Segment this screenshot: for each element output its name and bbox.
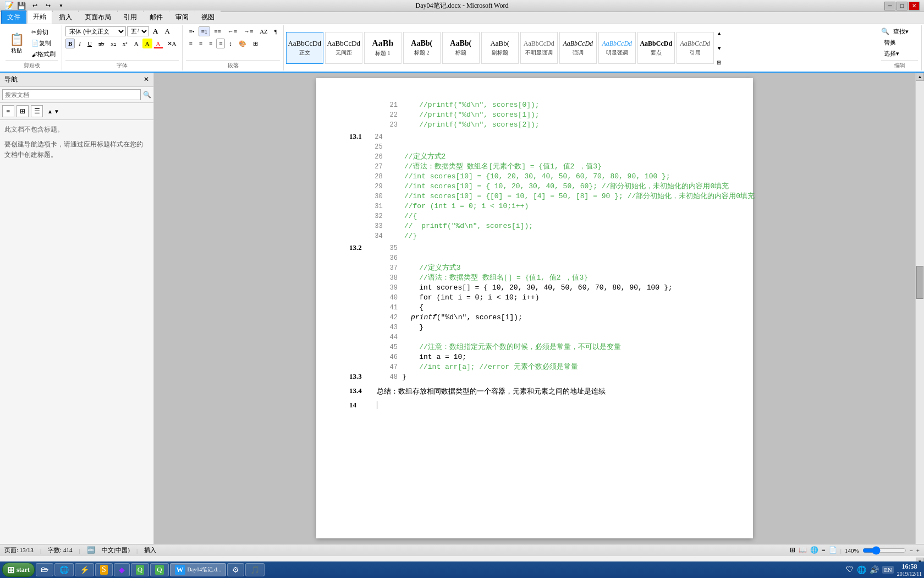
scroll-up-button[interactable]: ▲ xyxy=(916,73,924,81)
underline-button[interactable]: U xyxy=(85,39,95,48)
select-button[interactable]: 选择▾ xyxy=(881,48,902,58)
tab-insert[interactable]: 插入 xyxy=(53,10,78,24)
align-right-button[interactable]: ≡ xyxy=(206,39,215,48)
system-clock[interactable]: 16:58 2019/12/11 xyxy=(897,563,922,577)
tray-keyboard-icon[interactable]: EN xyxy=(882,566,894,574)
grow-font-button[interactable]: A xyxy=(150,26,161,36)
italic-button[interactable]: I xyxy=(76,39,84,48)
quick-dropdown[interactable]: ▼ xyxy=(56,1,67,11)
taskbar-chrome[interactable]: 🌐 xyxy=(54,563,74,576)
nav-search-input[interactable] xyxy=(2,89,141,100)
style-subtle-em[interactable]: AaBbCcDd 不明显强调 xyxy=(520,32,558,64)
taskbar-thunderbird[interactable]: ⚡ xyxy=(75,563,94,576)
nav-down-arrow[interactable]: ▼ xyxy=(54,108,59,114)
taskbar-q2[interactable]: Q xyxy=(150,563,168,576)
scroll-track[interactable] xyxy=(916,81,924,544)
text-effect-button[interactable]: A xyxy=(131,39,141,48)
justify-button[interactable]: ≡ xyxy=(216,39,225,48)
decrease-indent-button[interactable]: ←≡ xyxy=(225,26,240,36)
document-area[interactable]: 21 //printf("%d\n", scores[0]); 22 //pri… xyxy=(154,73,915,544)
line-spacing-button[interactable]: ↕ xyxy=(226,39,235,48)
taskbar-app9[interactable]: ⚙ xyxy=(227,563,244,576)
style-strong-em[interactable]: AaBbCcDd 明显强调 xyxy=(598,32,636,64)
tab-view[interactable]: 视图 xyxy=(195,10,221,24)
highlight-button[interactable]: A xyxy=(142,39,152,48)
gallery-expand[interactable]: ⊞ xyxy=(717,59,722,66)
view-web-button[interactable]: 🌐 xyxy=(810,546,818,554)
align-center-button[interactable]: ≡ xyxy=(196,39,205,48)
bold-button[interactable]: B xyxy=(65,39,75,48)
gallery-up[interactable]: ▲ xyxy=(717,30,722,36)
style-h2[interactable]: AaBb( 标题 2 xyxy=(403,32,441,64)
strikethrough-button[interactable]: ab xyxy=(96,39,107,48)
tray-antivirus-icon[interactable]: 🛡 xyxy=(846,565,854,574)
section-14-content[interactable] xyxy=(377,401,720,410)
gallery-down[interactable]: ▼ xyxy=(717,45,722,51)
view-normal-button[interactable]: ⊞ xyxy=(790,546,795,554)
border-button[interactable]: ⊞ xyxy=(250,39,261,48)
tab-home[interactable]: 开始 xyxy=(27,10,52,24)
style-title[interactable]: AaBb( 标题 xyxy=(442,32,480,64)
tab-file[interactable]: 文件 xyxy=(1,10,26,24)
style-subtitle[interactable]: AaBb( 副标题 xyxy=(481,32,519,64)
view-draft-button[interactable]: 📄 xyxy=(829,546,837,554)
nav-close-button[interactable]: ✕ xyxy=(144,75,149,84)
font-color-button[interactable]: A xyxy=(153,39,163,48)
nav-results-button[interactable]: ☰ xyxy=(31,105,43,117)
paste-button[interactable]: 📋 粘贴 xyxy=(6,28,28,59)
shading-button[interactable]: 🎨 xyxy=(236,39,249,48)
tray-network-icon[interactable]: 🌐 xyxy=(857,565,866,575)
find-button[interactable]: 查找▾ xyxy=(890,26,911,36)
quick-redo[interactable]: ↪ xyxy=(42,1,53,11)
copy-button[interactable]: 📄 复制 xyxy=(29,39,58,48)
view-outline-button[interactable]: ≡ xyxy=(822,546,826,554)
numbering-button[interactable]: ≡1 xyxy=(199,26,211,36)
replace-button[interactable]: 替换 xyxy=(881,37,899,47)
quick-save[interactable]: 💾 xyxy=(16,1,27,11)
maximize-button[interactable]: □ xyxy=(897,2,908,10)
tab-review[interactable]: 审阅 xyxy=(169,10,195,24)
minimize-button[interactable]: ─ xyxy=(884,2,895,10)
style-emphasis[interactable]: AaBbCcDd 强调 xyxy=(559,32,597,64)
superscript-button[interactable]: x² xyxy=(120,39,130,48)
zoom-out-button[interactable]: − xyxy=(910,547,913,554)
style-h1[interactable]: AaBb 标题 1 xyxy=(364,32,402,64)
sort-button[interactable]: AZ xyxy=(257,26,271,36)
insert-mode[interactable]: 插入 xyxy=(144,546,156,554)
style-strong[interactable]: AaBbCcDd 要点 xyxy=(637,32,675,64)
taskbar-word[interactable]: W Day04笔记.d... xyxy=(170,563,227,576)
taskbar-explorer[interactable]: 🗁 xyxy=(36,563,53,576)
zoom-in-button[interactable]: + xyxy=(916,547,920,554)
taskbar-app10[interactable]: 🎵 xyxy=(245,563,265,576)
cut-button[interactable]: ✂ 剪切 xyxy=(29,28,58,37)
increase-indent-button[interactable]: →≡ xyxy=(241,26,256,36)
nav-search-icon[interactable]: 🔍 xyxy=(143,91,151,99)
taskbar-vs[interactable]: ◆ xyxy=(114,563,130,576)
tab-mail[interactable]: 邮件 xyxy=(144,10,169,24)
tab-references[interactable]: 引用 xyxy=(118,10,143,24)
nav-pages-button[interactable]: ⊞ xyxy=(16,105,29,117)
doc-scrollbar[interactable]: ▲ ▼ xyxy=(915,73,924,544)
font-name-select[interactable]: 宋体 (中文正文 xyxy=(65,26,126,36)
style-quote[interactable]: AaBbCcDd 引用 xyxy=(676,32,714,64)
scroll-thumb[interactable] xyxy=(916,266,923,299)
nav-headings-button[interactable]: ≡ xyxy=(2,105,14,117)
bullets-button[interactable]: ≡• xyxy=(186,26,197,36)
subscript-button[interactable]: x₂ xyxy=(108,39,119,48)
taskbar-s[interactable]: S xyxy=(95,563,113,576)
font-size-select[interactable]: 五号 xyxy=(127,26,149,36)
show-marks-button[interactable]: ¶ xyxy=(272,26,280,36)
start-button[interactable]: ⊞ start xyxy=(2,563,35,577)
align-left-button[interactable]: ≡ xyxy=(186,39,195,48)
clear-format-button[interactable]: ✕A xyxy=(164,39,179,48)
format-paint-button[interactable]: 🖌 格式刷 xyxy=(29,50,58,59)
zoom-slider[interactable] xyxy=(862,546,906,555)
style-normal[interactable]: AaBbCcDd 正文 xyxy=(286,32,323,64)
view-read-button[interactable]: 📖 xyxy=(799,546,807,554)
shrink-font-button[interactable]: A xyxy=(162,26,172,36)
tray-volume-icon[interactable]: 🔊 xyxy=(870,565,879,575)
language[interactable]: 中文(中国) xyxy=(102,546,130,554)
quick-undo[interactable]: ↩ xyxy=(29,1,40,11)
taskbar-q1[interactable]: Q xyxy=(131,563,149,576)
close-button[interactable]: ✕ xyxy=(909,2,920,10)
